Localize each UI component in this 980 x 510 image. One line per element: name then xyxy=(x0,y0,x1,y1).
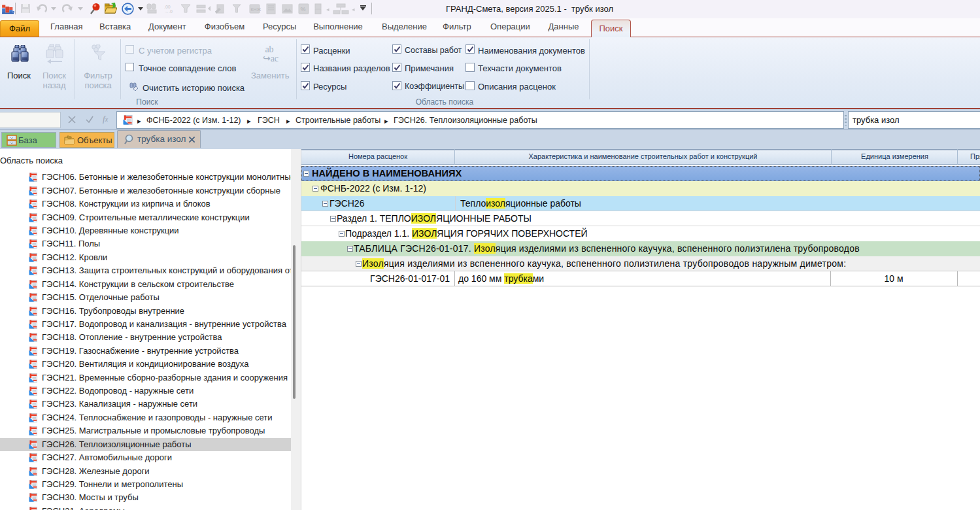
svg-text:→.0: →.0 xyxy=(164,9,173,14)
svg-text:%: % xyxy=(301,6,306,12)
svg-text:.00: .00 xyxy=(164,5,171,9)
svg-text:КНЖ: КНЖ xyxy=(251,7,262,12)
